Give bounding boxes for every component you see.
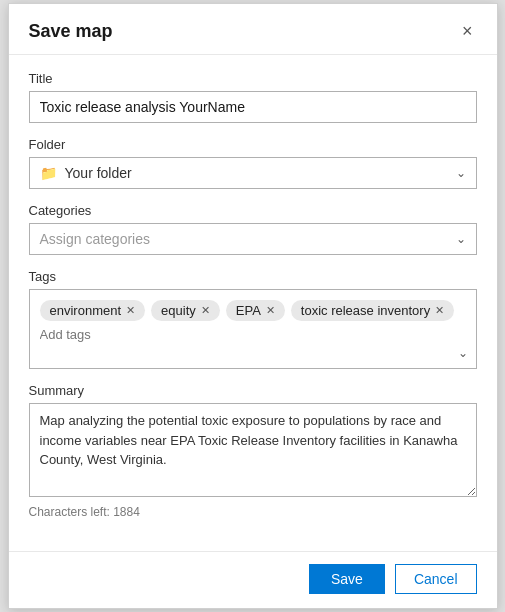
- categories-field-group: Categories Assign categories ⌄: [29, 203, 477, 255]
- tag-environment-close[interactable]: ✕: [126, 305, 135, 316]
- tags-box: environment ✕ equity ✕ EPA ✕: [29, 289, 477, 369]
- tags-label: Tags: [29, 269, 477, 284]
- title-field-group: Title: [29, 71, 477, 123]
- chars-left: Characters left: 1884: [29, 505, 477, 519]
- categories-label: Categories: [29, 203, 477, 218]
- categories-placeholder: Assign categories: [40, 231, 151, 247]
- title-label: Title: [29, 71, 477, 86]
- tag-environment: environment ✕: [40, 300, 146, 321]
- categories-select[interactable]: Assign categories ⌄: [29, 223, 477, 255]
- add-tags-input[interactable]: [40, 327, 208, 342]
- folder-select[interactable]: 📁 Your folder ⌄: [29, 157, 477, 189]
- summary-textarea[interactable]: [29, 403, 477, 497]
- title-input[interactable]: [29, 91, 477, 123]
- tag-epa: EPA ✕: [226, 300, 285, 321]
- tag-equity-label: equity: [161, 303, 196, 318]
- dialog-header: Save map ×: [9, 4, 497, 55]
- tag-environment-label: environment: [50, 303, 122, 318]
- summary-label: Summary: [29, 383, 477, 398]
- close-button[interactable]: ×: [458, 20, 477, 42]
- folder-label: Folder: [29, 137, 477, 152]
- save-button[interactable]: Save: [309, 564, 385, 594]
- tags-chevron-icon: ⌄: [458, 346, 468, 360]
- dialog-footer: Save Cancel: [9, 551, 497, 608]
- tags-row: environment ✕ equity ✕ EPA ✕: [40, 300, 466, 342]
- tag-toxic-close[interactable]: ✕: [435, 305, 444, 316]
- folder-select-left: 📁 Your folder: [40, 165, 132, 181]
- tags-field-group: Tags environment ✕ equity ✕ EPA: [29, 269, 477, 369]
- tag-toxic-label: toxic release inventory: [301, 303, 430, 318]
- folder-icon: 📁: [40, 165, 57, 181]
- folder-field-group: Folder 📁 Your folder ⌄: [29, 137, 477, 189]
- folder-value: Your folder: [65, 165, 132, 181]
- save-map-dialog: Save map × Title Folder 📁 Your folder ⌄ …: [8, 3, 498, 609]
- folder-chevron-icon: ⌄: [456, 166, 466, 180]
- dialog-body: Title Folder 📁 Your folder ⌄ Categories …: [9, 55, 497, 545]
- tag-epa-close[interactable]: ✕: [266, 305, 275, 316]
- tag-equity: equity ✕: [151, 300, 220, 321]
- categories-chevron-icon: ⌄: [456, 232, 466, 246]
- tag-toxic: toxic release inventory ✕: [291, 300, 454, 321]
- summary-field-group: Summary Characters left: 1884: [29, 383, 477, 519]
- tag-epa-label: EPA: [236, 303, 261, 318]
- dialog-title: Save map: [29, 21, 113, 42]
- cancel-button[interactable]: Cancel: [395, 564, 477, 594]
- tag-equity-close[interactable]: ✕: [201, 305, 210, 316]
